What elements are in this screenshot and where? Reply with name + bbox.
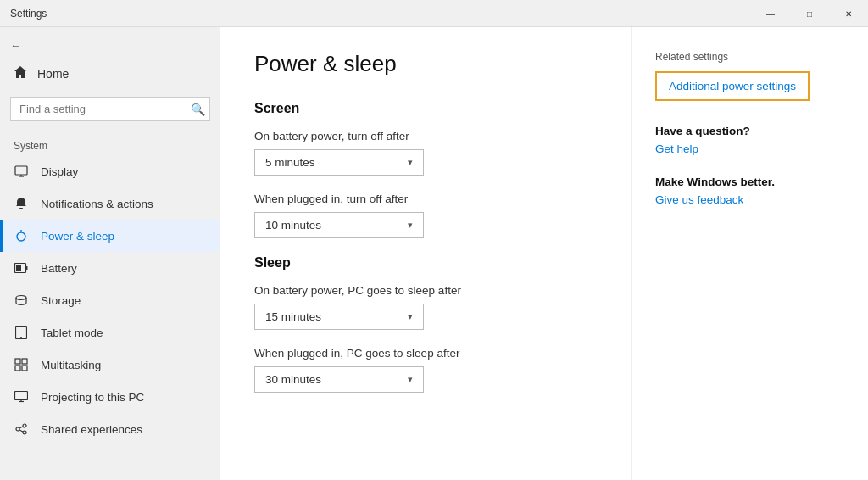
sleep-battery-arrow: ▾: [408, 311, 413, 322]
search-button[interactable]: 🔍: [191, 103, 205, 116]
sleep-battery-value: 15 minutes: [265, 310, 321, 323]
projecting-icon: [14, 389, 29, 405]
sleep-plugged-arrow: ▾: [408, 374, 413, 385]
svg-rect-6: [26, 266, 28, 270]
sleep-battery-dropdown[interactable]: 15 minutes ▾: [254, 304, 424, 330]
svg-line-22: [19, 430, 23, 432]
get-help-link[interactable]: Get help: [655, 142, 844, 155]
svg-rect-14: [22, 366, 27, 371]
sidebar-item-tablet[interactable]: Tablet mode: [0, 316, 220, 349]
sidebar-item-display[interactable]: Display: [0, 155, 220, 187]
display-label: Display: [41, 165, 78, 178]
sleep-plugged-value: 30 minutes: [265, 373, 321, 386]
screen-plugged-dropdown[interactable]: 10 minutes ▾: [254, 212, 424, 238]
screen-battery-value: 5 minutes: [265, 156, 315, 169]
additional-power-link[interactable]: Additional power settings: [655, 71, 810, 101]
screen-plugged-arrow: ▾: [408, 220, 413, 231]
sidebar-item-battery[interactable]: Battery: [0, 252, 220, 284]
projecting-label: Projecting to this PC: [41, 391, 144, 404]
section-label: System: [0, 128, 220, 155]
screen-heading: Screen: [254, 101, 597, 116]
tablet-label: Tablet mode: [41, 327, 103, 339]
app-title: Settings: [10, 8, 47, 20]
shared-icon: [14, 421, 29, 437]
screen-battery-arrow: ▾: [408, 157, 413, 168]
make-better-label: Make Windows better.: [655, 176, 844, 188]
notifications-icon: [14, 196, 29, 211]
battery-icon: [14, 260, 29, 276]
svg-rect-0: [15, 166, 27, 175]
battery-label: Battery: [41, 262, 77, 275]
storage-label: Storage: [41, 294, 81, 307]
svg-rect-12: [22, 359, 27, 364]
sidebar-item-projecting[interactable]: Projecting to this PC: [0, 381, 220, 413]
svg-point-18: [16, 427, 19, 431]
related-label: Related settings: [655, 51, 844, 63]
svg-line-21: [19, 427, 23, 428]
home-label: Home: [37, 67, 69, 81]
have-question-label: Have a question?: [655, 125, 844, 137]
screen-battery-dropdown[interactable]: 5 minutes ▾: [254, 149, 424, 176]
window-controls: — □ ✕: [751, 0, 868, 26]
svg-rect-11: [15, 359, 20, 364]
sleep-plugged-dropdown[interactable]: 30 minutes ▾: [254, 366, 424, 393]
screen-plugged-label: When plugged in, turn off after: [254, 193, 597, 205]
search-box: 🔍: [10, 97, 210, 121]
svg-point-20: [23, 431, 26, 434]
tablet-icon: [14, 325, 29, 340]
power-icon: [14, 228, 29, 243]
main-content: Power & sleep Screen On battery power, t…: [220, 27, 631, 480]
svg-point-19: [23, 424, 26, 427]
screen-battery-label: On battery power, turn off after: [254, 130, 597, 142]
storage-icon: [14, 293, 29, 308]
page-title: Power & sleep: [254, 51, 597, 77]
svg-rect-13: [15, 366, 20, 371]
close-button[interactable]: ✕: [829, 0, 868, 27]
maximize-button[interactable]: □: [790, 0, 829, 27]
sidebar-item-multitasking[interactable]: Multitasking: [0, 349, 220, 381]
multitasking-label: Multitasking: [41, 359, 101, 371]
sidebar-item-notifications[interactable]: Notifications & actions: [0, 187, 220, 220]
search-input[interactable]: [10, 97, 210, 121]
svg-point-3: [17, 232, 25, 241]
titlebar: Settings — □ ✕: [0, 0, 868, 27]
sleep-heading: Sleep: [254, 255, 597, 271]
home-icon: [14, 65, 27, 81]
sidebar-item-power[interactable]: Power & sleep: [0, 220, 220, 252]
svg-rect-7: [16, 265, 21, 271]
sidebar-item-shared[interactable]: Shared experiences: [0, 413, 220, 445]
back-icon: ←: [10, 39, 21, 52]
shared-label: Shared experiences: [41, 423, 142, 436]
right-panel: Related settings Additional power settin…: [631, 27, 868, 480]
minimize-button[interactable]: —: [751, 0, 790, 27]
sleep-battery-label: On battery power, PC goes to sleep after: [254, 284, 597, 297]
svg-point-8: [16, 296, 26, 300]
back-button[interactable]: ←: [0, 34, 220, 57]
app-body: ← Home 🔍 System Display Notifications & …: [0, 27, 868, 480]
display-icon: [14, 164, 29, 179]
sidebar-item-storage[interactable]: Storage: [0, 284, 220, 316]
give-feedback-link[interactable]: Give us feedback: [655, 193, 844, 206]
power-label: Power & sleep: [41, 230, 114, 243]
screen-plugged-value: 10 minutes: [265, 219, 321, 232]
notifications-label: Notifications & actions: [41, 198, 153, 210]
svg-rect-15: [15, 392, 28, 400]
sidebar: ← Home 🔍 System Display Notifications & …: [0, 27, 220, 480]
multitasking-icon: [14, 357, 29, 372]
sleep-plugged-label: When plugged in, PC goes to sleep after: [254, 347, 597, 360]
sidebar-item-home[interactable]: Home: [0, 57, 220, 90]
